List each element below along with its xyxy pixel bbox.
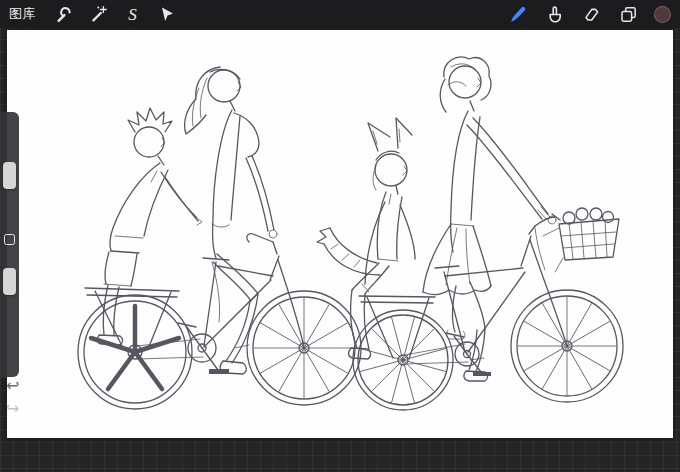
modify-button[interactable] — [4, 234, 15, 245]
brush-sidebar — [0, 112, 19, 377]
adjustments-magic-wand-icon[interactable] — [87, 3, 110, 26]
top-toolbar: 图库 S — [0, 0, 680, 28]
layers-icon[interactable] — [617, 3, 640, 26]
toolbar-right-group — [506, 3, 671, 26]
selection-s-glyph: S — [128, 6, 137, 23]
eraser-icon[interactable] — [580, 3, 603, 26]
gallery-button[interactable]: 图库 — [9, 5, 36, 23]
color-swatch[interactable] — [654, 6, 671, 23]
canvas-artwork — [7, 30, 673, 438]
brush-size-slider-handle[interactable] — [3, 162, 16, 189]
actions-wrench-icon[interactable] — [53, 3, 76, 26]
bike-left — [78, 234, 361, 409]
paint-brush-icon[interactable] — [506, 3, 529, 26]
person-rider-left — [185, 67, 277, 374]
bike-right — [353, 208, 623, 410]
person-passenger-fox — [317, 118, 415, 359]
transform-cursor-icon[interactable] — [155, 3, 178, 26]
person-standing — [97, 108, 202, 345]
brush-opacity-slider-handle[interactable] — [3, 268, 16, 295]
person-rider-right — [423, 57, 556, 381]
drawing-canvas[interactable] — [7, 30, 673, 438]
undo-icon[interactable]: ↩ — [6, 378, 19, 394]
toolbar-left-group: 图库 S — [9, 3, 178, 26]
smudge-finger-icon[interactable] — [543, 3, 566, 26]
redo-icon[interactable]: ↪ — [6, 401, 19, 417]
selection-icon[interactable]: S — [121, 3, 144, 26]
procreate-workspace: 图库 S — [0, 0, 680, 472]
